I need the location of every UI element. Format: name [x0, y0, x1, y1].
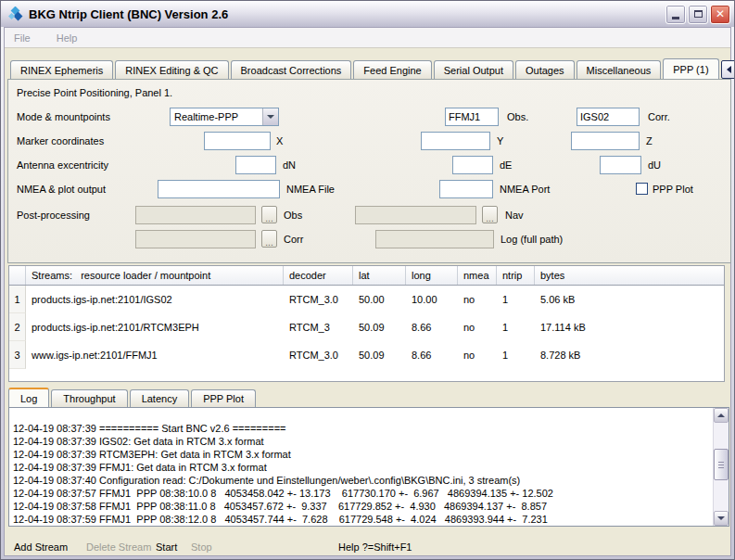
antenna-excentricity-label: Antenna excentricity — [17, 156, 108, 174]
combobox-dropdown-button[interactable] — [262, 108, 278, 125]
delete-stream-button[interactable]: Delete Stream — [86, 541, 151, 553]
marker-z-field[interactable] — [571, 132, 640, 150]
log-line: 12-04-19 08:37:39 RTCM3EPH: Get data in … — [13, 448, 713, 461]
obs-mountpoint-field[interactable] — [445, 108, 499, 126]
cell-nmea: no — [458, 350, 497, 361]
cell-ntrip: 1 — [497, 350, 535, 361]
streams-table-header: Streams: resource loader / mountpoint de… — [9, 266, 724, 286]
cell-decoder: RTCM_3.0 — [284, 294, 353, 305]
log-scrollbar[interactable] — [713, 408, 729, 526]
table-row[interactable]: 1 products.igs-ip.net:2101/IGS02 RTCM_3.… — [9, 286, 724, 313]
z-label: Z — [646, 132, 653, 150]
ppp-plot-checkbox[interactable] — [636, 183, 648, 195]
stop-button[interactable]: Stop — [191, 541, 212, 553]
maximize-button[interactable] — [688, 5, 708, 24]
row-number: 1 — [9, 286, 26, 313]
menu-bar: File Help — [5, 28, 730, 48]
panel-caption: Precise Point Positioning, Panel 1. — [17, 87, 172, 98]
add-stream-button[interactable]: Add Stream — [14, 541, 68, 553]
post-corr-field — [135, 230, 256, 248]
cell-lat: 50.00 — [353, 294, 406, 305]
app-icon — [8, 6, 24, 22]
log-line: 12-04-19 08:37:59 FFMJ1 PPP 08:38:12.0 8… — [13, 513, 713, 526]
post-nav-field — [355, 206, 476, 224]
tab-throughput[interactable]: Throughput — [51, 389, 127, 407]
cell-lat: 50.09 — [353, 350, 406, 361]
tab-outages[interactable]: Outages — [515, 60, 575, 79]
minimize-button[interactable] — [665, 5, 686, 24]
post-nav-browse-button[interactable]: ... — [482, 206, 498, 223]
tab-rinex-editing-qc[interactable]: RINEX Editing & QC — [115, 60, 228, 79]
cell-nmea: no — [458, 294, 497, 305]
scroll-up-button[interactable] — [714, 408, 729, 423]
tab-scroll-left-button[interactable] — [721, 60, 735, 79]
cell-ntrip: 1 — [497, 322, 535, 333]
tab-ppp-1[interactable]: PPP (1) — [663, 58, 718, 79]
nmea-port-field[interactable] — [439, 180, 493, 198]
tab-latency[interactable]: Latency — [130, 389, 190, 407]
log-line: 12-04-19 08:37:57 FFMJ1 PPP 08:38:10.0 8… — [13, 487, 713, 500]
log-line: 12-04-19 08:37:39 FFMJ1: Get data in RTC… — [13, 461, 713, 474]
tab-ppp-plot[interactable]: PPP Plot — [191, 389, 256, 407]
close-button[interactable]: ✕ — [710, 5, 730, 24]
header-row-number — [9, 266, 26, 285]
cell-long: 10.00 — [406, 294, 458, 305]
header-bytes[interactable]: bytes — [535, 266, 724, 285]
header-mountpoint[interactable]: Streams: resource loader / mountpoint — [26, 266, 284, 285]
tab-feed-engine[interactable]: Feed Engine — [353, 60, 431, 79]
header-ntrip[interactable]: ntrip — [497, 266, 535, 285]
ppp-panel: Precise Point Positioning, Panel 1. Mode… — [7, 79, 731, 263]
marker-y-field[interactable] — [421, 132, 490, 150]
header-long[interactable]: long — [406, 266, 458, 285]
client-area: File Help RINEX Ephemeris RINEX Editing … — [4, 27, 731, 556]
scroll-down-button[interactable] — [714, 511, 729, 526]
nmea-port-label: NMEA Port — [500, 180, 550, 198]
antenna-de-field[interactable] — [452, 156, 493, 174]
log-panel: 12-04-19 08:37:39 ========== Start BNC v… — [8, 407, 729, 527]
log-line: 12-04-19 08:37:39 ========== Start BNC v… — [13, 422, 713, 435]
workspace: RINEX Ephemeris RINEX Editing & QC Broad… — [5, 49, 730, 555]
marker-x-field[interactable] — [204, 132, 271, 150]
header-nmea[interactable]: nmea — [458, 266, 497, 285]
app-window: BKG Ntrip Client (BNC) Version 2.6 ✕ Fil… — [0, 0, 735, 560]
mode-mountpoints-label: Mode & mountpoints — [17, 108, 110, 126]
tab-broadcast-corrections[interactable]: Broadcast Corrections — [231, 60, 352, 79]
ppp-plot-checkbox-label: PPP Plot — [653, 180, 693, 198]
tab-rinex-ephemeris[interactable]: RINEX Ephemeris — [10, 60, 113, 79]
nmea-file-field[interactable] — [158, 180, 280, 198]
cell-long: 8.66 — [406, 350, 458, 361]
cell-mountpoint: products.igs-ip.net:2101/IGS02 — [26, 294, 284, 305]
window-title: BKG Ntrip Client (BNC) Version 2.6 — [29, 7, 665, 21]
cell-long: 8.66 — [406, 322, 458, 333]
post-corr-browse-button[interactable]: ... — [261, 230, 277, 248]
post-log-label: Log (full path) — [501, 230, 563, 248]
post-obs-label: Obs — [284, 206, 302, 224]
post-log-field — [375, 230, 494, 248]
close-icon: ✕ — [716, 8, 725, 19]
top-tab-bar: RINEX Ephemeris RINEX Editing & QC Broad… — [10, 58, 725, 79]
bottom-tab-bar: Log Throughput Latency PPP Plot — [8, 388, 258, 407]
log-text[interactable]: 12-04-19 08:37:39 ========== Start BNC v… — [9, 408, 713, 526]
post-nav-label: Nav — [505, 206, 524, 224]
menu-help[interactable]: Help — [57, 32, 78, 44]
table-row[interactable]: 3 www.igs-ip.net:2101/FFMJ1 RTCM_3.0 50.… — [9, 341, 724, 369]
cell-bytes: 17.114 kB — [535, 322, 724, 333]
header-lat[interactable]: lat — [353, 266, 406, 285]
menu-file[interactable]: File — [14, 32, 31, 44]
post-obs-browse-button[interactable]: ... — [261, 206, 277, 223]
start-button[interactable]: Start — [156, 541, 177, 553]
title-bar: BKG Ntrip Client (BNC) Version 2.6 ✕ — [1, 1, 734, 27]
table-row[interactable]: 2 products.igs-ip.net:2101/RTCM3EPH RTCM… — [9, 313, 724, 341]
log-line: 12-04-19 08:37:40 Configuration read: C:… — [13, 474, 713, 487]
antenna-du-field[interactable] — [600, 156, 641, 174]
tab-serial-output[interactable]: Serial Output — [434, 60, 513, 79]
header-decoder[interactable]: decoder — [284, 266, 353, 285]
mode-combobox[interactable]: Realtime-PPP — [170, 108, 279, 126]
cell-bytes: 8.728 kB — [535, 350, 724, 361]
tab-log[interactable]: Log — [8, 388, 49, 407]
scrollbar-thumb[interactable] — [714, 449, 729, 480]
antenna-dn-field[interactable] — [235, 156, 276, 174]
tab-miscellaneous[interactable]: Miscellaneous — [577, 60, 662, 79]
corr-mountpoint-field[interactable] — [577, 108, 640, 126]
nmea-file-label: NMEA File — [286, 180, 335, 198]
